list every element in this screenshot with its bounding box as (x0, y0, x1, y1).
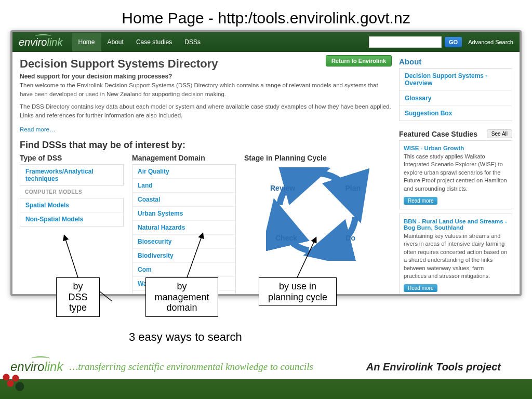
cycle-do[interactable]: Do (345, 234, 355, 242)
sidebar: About Decision Support Systems - Overvie… (399, 57, 512, 296)
case-study-bbn: BBN - Rural Land Use and Streams - Bog B… (399, 214, 512, 296)
search-input[interactable] (369, 36, 442, 48)
about-heading: About (399, 57, 512, 66)
case-title-bbn[interactable]: BBN - Rural Land Use and Streams - Bog B… (404, 218, 508, 231)
domain-urban-systems[interactable]: Urban Systems (132, 207, 235, 221)
type-non-spatial-models[interactable]: Non-Spatial Models (20, 212, 123, 226)
type-heading: Type of DSS (20, 154, 124, 162)
cycle-review[interactable]: Review (270, 184, 295, 192)
nav-home[interactable]: Home (72, 33, 101, 51)
about-suggestion-box[interactable]: Suggestion Box (400, 106, 512, 121)
annotation-mgmt-domain: by management domain (145, 277, 218, 317)
see-all-button[interactable]: See All (487, 129, 512, 138)
svg-line-2 (187, 234, 203, 277)
project-note: An Envirolink Tools project (366, 361, 501, 373)
svg-line-0 (64, 236, 78, 277)
advanced-search-link[interactable]: Advanced Search (468, 39, 513, 45)
search-area: GO Advanced Search (369, 36, 513, 48)
lead-question: Need support for your decision making pr… (20, 73, 392, 80)
domain-coastal[interactable]: Coastal (132, 193, 235, 207)
slide-title: Home Page - http:/tools.envirolink.govt.… (0, 0, 532, 30)
flower-decoration (0, 352, 31, 399)
case-title-wise[interactable]: WISE - Urban Growth (404, 145, 508, 151)
footer-white-bar: envirolink …transferring scientific envi… (0, 354, 532, 379)
cycle-heading: Stage in Planning Cycle (244, 154, 392, 162)
case-desc-bbn: Maintaining key values in streams and ri… (404, 232, 508, 280)
case-desc-wise: This case study applies Waikato Integrat… (404, 153, 508, 193)
lead-paragraph-1: Then welcome to the Envirolink Decision … (20, 81, 392, 98)
annotation-planning-cycle: by use in planning cycle (259, 277, 337, 306)
footer-tagline: …transferring scientific environmental k… (69, 361, 313, 373)
featured-heading: Featured Case Studies (399, 130, 477, 138)
about-glossary[interactable]: Glossary (400, 91, 512, 106)
find-heading: Find DSSs that may be of interest by: (20, 140, 392, 151)
cycle-plan[interactable]: Plan (345, 184, 361, 192)
nav-links: Home About Case studies DSSs (72, 33, 207, 51)
case-study-wise: WISE - Urban Growth This case study appl… (399, 140, 512, 209)
type-spatial-models[interactable]: Spatial Models (20, 198, 123, 212)
slide-subtitle: 3 easy ways to search (129, 330, 242, 344)
about-dss-overview[interactable]: Decision Support Systems - Overview (400, 69, 512, 91)
type-frameworks[interactable]: Frameworks/Analytical techniques (20, 165, 123, 185)
lead-paragraph-2: The DSS Directory contains key data abou… (20, 102, 392, 119)
svg-line-3 (297, 238, 316, 277)
return-envirolink-button[interactable]: Return to Envirolink (326, 55, 392, 66)
domain-heading: Management Domain (132, 154, 236, 162)
annotation-dss-type: by DSS type (56, 277, 100, 317)
go-button[interactable]: GO (445, 37, 462, 47)
case-readmore-bbn[interactable]: Read more (404, 284, 437, 292)
type-subgroup-label: COMPUTER MODELS (20, 186, 124, 198)
nav-about[interactable]: About (101, 33, 130, 51)
top-navbar: envirolink Home About Case studies DSSs … (12, 32, 520, 52)
nav-case-studies[interactable]: Case studies (130, 33, 178, 51)
nav-dsss[interactable]: DSSs (178, 33, 207, 51)
domain-land[interactable]: Land (132, 179, 235, 193)
case-readmore-wise[interactable]: Read more (404, 197, 437, 205)
read-more-link[interactable]: Read more… (20, 126, 55, 132)
site-logo[interactable]: envirolink (19, 36, 63, 48)
domain-air-quality[interactable]: Air Quality (132, 165, 235, 179)
